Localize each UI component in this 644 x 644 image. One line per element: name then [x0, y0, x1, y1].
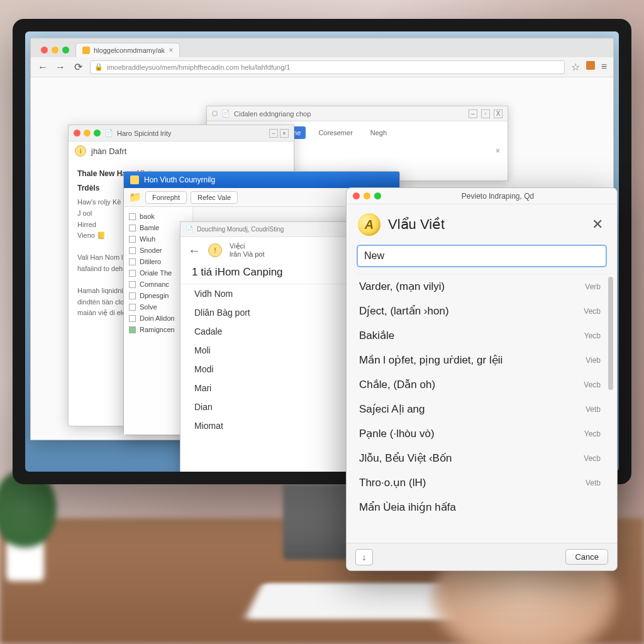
dialog-window-title: Pevieto lndraping, Qd — [462, 192, 534, 201]
result-item[interactable]: Mần l oṗfet, pịng uṙdiet, gr lệiiVieb — [355, 348, 613, 372]
result-item[interactable]: Chắle, (Dẫn oh)Vecb — [355, 372, 613, 397]
browser-actions: ☆ ≡ — [571, 61, 607, 73]
result-item[interactable]: Jlỗu, Bểu Việt ‹BốnVecb — [355, 446, 613, 470]
result-item[interactable]: Mẩn Ùeia ihiǵn hấfa — [355, 495, 613, 519]
back-arrow-icon[interactable]: ← — [188, 243, 201, 258]
browser-tabbar: hloggelconmdmamy/ak × — [31, 38, 613, 57]
warning-icon: ! — [208, 243, 222, 257]
window-title: Haro Spicintd lrity — [117, 130, 171, 137]
pos-tag: Yecb — [584, 331, 601, 340]
tab-title: hloggelconmdmamy/ak — [94, 47, 165, 54]
checkbox-icon[interactable] — [129, 258, 136, 265]
maximize-dot-icon[interactable] — [94, 130, 101, 136]
close-icon[interactable]: × — [280, 129, 289, 138]
minimize-icon[interactable]: – — [469, 109, 477, 118]
checkbox-icon[interactable] — [129, 270, 136, 277]
titlebar[interactable]: Hon Viuth Counyrnilg — [124, 172, 399, 188]
result-item[interactable]: BakiắleYecb — [355, 323, 613, 348]
minimize-dot-icon[interactable] — [84, 130, 91, 136]
result-item[interactable]: Thro·o.ụn (lH)Vetb — [355, 470, 613, 495]
extension-icon[interactable] — [586, 61, 595, 70]
download-button[interactable]: ↓ — [355, 549, 373, 565]
section-heading: 1 tiá iHom Canping — [180, 264, 374, 284]
checkbox-icon[interactable] — [129, 236, 136, 243]
close-icon[interactable]: ✕ — [589, 214, 606, 235]
close-dot-icon[interactable] — [74, 130, 80, 136]
pos-tag: Vetb — [586, 405, 601, 414]
plant-decoration — [0, 468, 63, 581]
subtitle: jhàn Dafrt — [91, 147, 126, 156]
pos-tag: Vecb — [584, 454, 601, 463]
checkbox-icon[interactable] — [129, 292, 136, 299]
dialog-title: Vlẩu Viềt — [388, 216, 445, 233]
list-item[interactable]: Dliân Bàg port — [180, 303, 374, 322]
pos-tag: Vieb — [586, 356, 601, 365]
folder-icon: 📁 — [129, 191, 142, 203]
browser-tab[interactable]: hloggelconmdmamy/ak × — [75, 43, 180, 57]
reload-button[interactable]: ⟳ — [72, 62, 84, 73]
search-input[interactable] — [357, 245, 607, 267]
address-bar[interactable]: 🔒 imoebraddleysuo/mem/hmiphffrecadin.com… — [90, 60, 565, 74]
info-icon: i — [75, 145, 86, 157]
list-item[interactable]: Miomat — [180, 416, 374, 435]
result-item[interactable]: Dj́ect, (lartẩn ›hon)Vecb — [355, 299, 613, 323]
tab-button[interactable]: Refec Vale — [191, 191, 238, 204]
checkbox-icon[interactable] — [129, 225, 136, 231]
list-item[interactable]: Vidh Nom — [180, 284, 374, 303]
list-item[interactable]: Dian — [180, 397, 374, 416]
minimize-dot-icon[interactable] — [364, 192, 370, 199]
pos-tag: Vecb — [584, 380, 601, 389]
minimize-dot-icon[interactable] — [52, 47, 58, 53]
checkbox-icon[interactable] — [129, 326, 136, 333]
result-item[interactable]: Varder, (mạn vilyi)Verb — [355, 274, 613, 299]
sidebar-item[interactable]: baok — [124, 211, 192, 222]
dialog-header: A Vlẩu Viềt ✕ — [347, 204, 617, 245]
tab-label[interactable]: Negh — [365, 126, 392, 139]
doc-icon: 📄 — [186, 226, 193, 233]
checkbox-icon[interactable] — [129, 213, 136, 220]
scrollbar[interactable] — [608, 277, 613, 390]
close-dot-icon[interactable] — [41, 47, 48, 53]
back-button[interactable]: ← — [37, 62, 48, 73]
subtitle-block: Việci lrân Vià pot — [230, 242, 264, 258]
maximize-dot-icon[interactable] — [374, 192, 381, 199]
maximize-dot-icon[interactable] — [62, 47, 69, 53]
url-text: imoebraddleysuo/mem/hmiphffrecadin.com h… — [107, 64, 290, 71]
tab-button[interactable]: Fonrepht — [145, 191, 187, 204]
close-dot-icon[interactable] — [353, 192, 360, 199]
window-title: Doucthing Monudj, CoudriSting — [197, 226, 284, 233]
download-icon: ↓ — [362, 552, 367, 562]
close-tab-icon[interactable]: × — [169, 46, 173, 55]
pos-tag: Vetb — [586, 479, 601, 487]
window-title: Hon Viuth Counyrnilg — [144, 175, 215, 184]
cancel-button[interactable]: Cance — [565, 549, 608, 565]
doc-icon: 📄 — [221, 109, 230, 118]
close-icon[interactable]: X — [494, 109, 502, 118]
dialog-footer: ↓ Cance — [347, 543, 617, 570]
list-item[interactable]: Mari — [180, 379, 374, 397]
app-icon — [130, 175, 139, 184]
result-item[interactable]: Pạnle (·lhòu vò)Yecb — [355, 421, 613, 446]
list-item[interactable]: Cadale — [180, 322, 374, 341]
checkbox-icon[interactable] — [129, 247, 136, 254]
dictionary-logo-icon: A — [358, 213, 380, 236]
lock-icon: 🔒 — [94, 63, 103, 71]
checkbox-icon[interactable] — [129, 315, 136, 322]
dialog-titlebar[interactable]: Pevieto lndraping, Qd — [347, 188, 617, 204]
forward-button[interactable]: → — [55, 62, 66, 73]
list-item[interactable]: Modi — [180, 360, 374, 379]
menu-icon[interactable]: ≡ — [601, 61, 607, 73]
dot-icon — [212, 111, 218, 116]
tab-label[interactable]: Coresemer — [313, 126, 357, 139]
dictionary-dialog: Pevieto lndraping, Qd A Vlẩu Viềt ✕ Vard… — [346, 187, 618, 571]
maximize-icon[interactable]: ▫ — [481, 109, 490, 118]
star-icon[interactable]: ☆ — [571, 61, 580, 73]
close-icon[interactable]: × — [496, 147, 500, 155]
checkbox-icon[interactable] — [129, 281, 136, 288]
checkbox-icon[interactable] — [129, 304, 136, 311]
pos-tag: Vecb — [584, 307, 601, 316]
minimize-icon[interactable]: – — [269, 129, 278, 138]
window-controls — [36, 43, 74, 57]
result-item[interactable]: Saj́eci Aḷi angVetb — [355, 397, 613, 421]
list-item[interactable]: Moli — [180, 341, 374, 360]
